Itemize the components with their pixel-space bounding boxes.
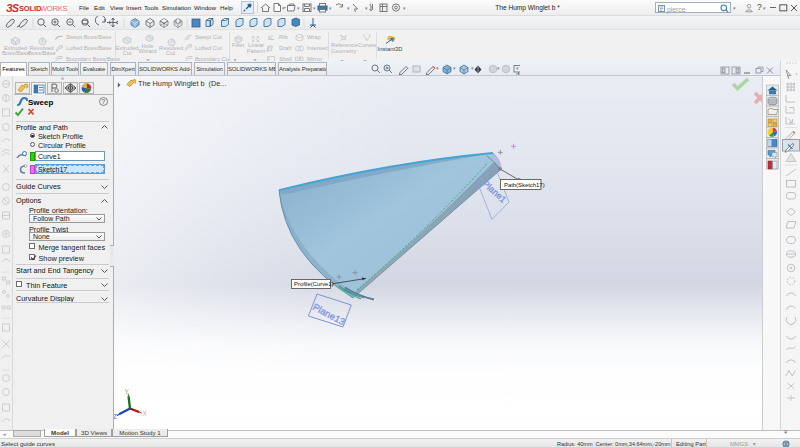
svg-text:Profile(Curve1): Profile(Curve1) — [294, 281, 334, 287]
svg-text:SOLID: SOLID — [19, 4, 42, 13]
svg-text:?: ? — [102, 98, 106, 105]
svg-text:ЗS: ЗS — [6, 2, 19, 14]
svg-text:WORKS: WORKS — [40, 4, 67, 13]
svg-text:X: X — [143, 410, 148, 417]
svg-text:Y: Y — [125, 388, 130, 395]
svg-text:Plane13: Plane13 — [311, 301, 347, 327]
svg-text:Path(Sketch17): Path(Sketch17) — [504, 182, 545, 188]
svg-text:Z: Z — [114, 413, 117, 420]
